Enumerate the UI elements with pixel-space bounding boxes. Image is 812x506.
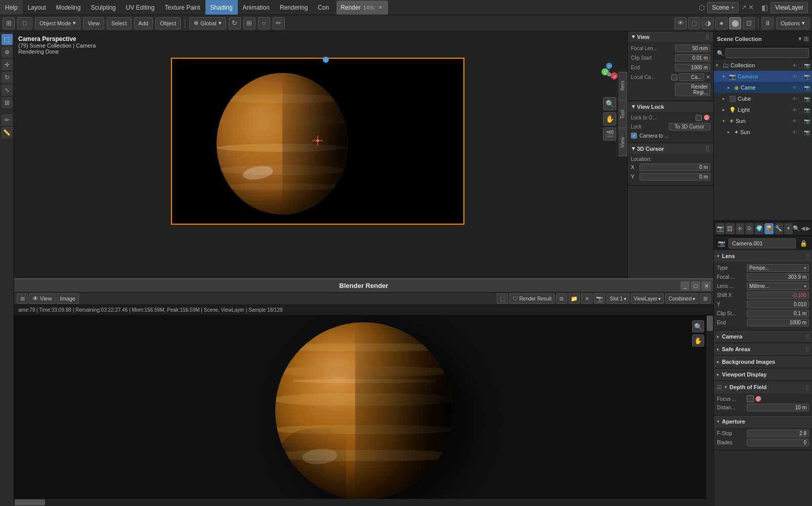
help-menu[interactable]: Help — [0, 0, 23, 15]
snap-btn[interactable]: ⊞ — [243, 17, 255, 29]
shift-y-value[interactable]: 0.010 — [747, 301, 809, 308]
render-zoom-icon[interactable]: 🔍 — [692, 320, 704, 332]
dof-checkbox[interactable]: ☑ — [717, 384, 722, 391]
texture-paint-menu[interactable]: Texture Paint — [160, 0, 205, 15]
object-btn[interactable]: Object — [155, 17, 181, 29]
cube-visible[interactable]: 👁 — [792, 96, 797, 102]
prop-tab-world[interactable]: 🌍 — [755, 223, 763, 234]
tree-item-light[interactable]: ▸ 💡 Light 👁 ⬚ 📷 — [714, 104, 812, 115]
prop-tab-particles[interactable]: ✦ — [784, 223, 793, 234]
collection-visible[interactable]: 👁 — [792, 63, 797, 68]
lens-header[interactable]: ▾ Lens ⣿ — [714, 250, 812, 262]
view-menu-btn[interactable]: 👁 View — [29, 293, 56, 304]
clip-end-value[interactable]: 1000 m — [675, 64, 710, 71]
render-maximize[interactable]: □ — [691, 281, 700, 290]
view-tab[interactable]: View — [618, 129, 627, 156]
prop-tab-scene[interactable]: ⚙ — [745, 223, 754, 234]
viewport-shading-2[interactable]: ◑ — [702, 17, 714, 29]
viewport-shading-3[interactable]: ● — [715, 17, 728, 29]
render-menu-icon1[interactable]: ⊞ — [17, 293, 28, 304]
sun-visible[interactable]: 👁 — [792, 118, 797, 124]
tree-item-camera[interactable]: ▾ 📷 Camera 👁 ⬚ 📷 — [714, 71, 812, 82]
tree-item-scene-collection[interactable]: ▾ 🗂 Collection 👁 ⬚ 📷 — [714, 60, 812, 71]
annotate-icon[interactable]: ✏ — [2, 114, 13, 125]
clip-start-value[interactable]: 0.01 m — [675, 54, 710, 62]
rt-camera-icon2[interactable]: 📷 — [594, 293, 605, 304]
rendering-menu[interactable]: Rendering — [275, 0, 313, 15]
camera-visible[interactable]: 👁 — [792, 74, 797, 79]
shift-x-value[interactable]: -0.100 — [747, 291, 809, 299]
proportional-btn[interactable]: ○ — [258, 17, 270, 29]
prop-filter-icon[interactable]: 🔍 — [793, 225, 800, 232]
render-minimize[interactable]: _ — [680, 281, 690, 290]
rt-settings-icon[interactable]: ⊞ — [700, 293, 711, 304]
render-tab-close[interactable]: ✕ — [377, 4, 384, 11]
cam-child-restrict[interactable]: ⬚ — [798, 85, 803, 91]
viewlayer-btn2[interactable]: ViewLayer ▾ — [631, 293, 664, 304]
camera-to-checkbox[interactable]: ✓ — [631, 133, 637, 139]
move-tool-icon[interactable]: ✛ — [2, 59, 13, 70]
render-image-area[interactable]: 🔍 ✋ — [14, 315, 713, 506]
slot-btn[interactable]: Slot 1 ▾ — [607, 293, 629, 304]
local-camera-x[interactable]: ✕ — [706, 74, 710, 80]
layout-icon-btn[interactable]: ⊞ — [3, 17, 15, 29]
camera-name-field[interactable]: Camera.001 — [729, 238, 796, 248]
prop-nav-fwd[interactable]: ▶ — [806, 225, 810, 232]
hand-tool-btn[interactable]: ✋ — [603, 112, 616, 125]
transform-tool-icon[interactable]: ⊞ — [2, 97, 13, 108]
rt-icon1[interactable]: ⬚ — [497, 293, 508, 304]
tree-item-sun-child[interactable]: ▸ ✦ Sun 👁 ⬚ 📷 — [714, 126, 812, 138]
camera-view-btn[interactable]: 🎬 — [603, 128, 616, 141]
fstop-value[interactable]: 2.8 — [747, 430, 809, 437]
prop-tab-render[interactable]: 📷 — [716, 223, 724, 234]
rt-copy-icon[interactable]: ⧉ — [556, 293, 567, 304]
render-view-btn[interactable]: 👁 — [674, 17, 687, 29]
aperture-header[interactable]: ▾ Aperture — [714, 415, 812, 428]
camera-render[interactable]: 📷 — [804, 74, 810, 79]
outliner-filter-icon[interactable]: ▾ — [798, 35, 802, 43]
render-result-btn[interactable]: 🛡 Render Result — [509, 293, 554, 304]
sun-restrict[interactable]: ⬚ — [798, 118, 803, 124]
cam-child-render[interactable]: 📷 — [804, 85, 810, 91]
camera-restrict[interactable]: ⬚ — [798, 74, 803, 79]
view-lock-header[interactable]: ▾ View Lock — [628, 101, 713, 112]
outliner-view-icon[interactable]: ⊞ — [803, 35, 809, 43]
cursor-y-value[interactable]: 0 m — [639, 173, 710, 181]
collection-restrict[interactable]: ⬚ — [798, 63, 803, 68]
local-camera-value[interactable]: Ca... — [679, 73, 704, 81]
focus-checkbox[interactable] — [747, 395, 754, 402]
view-section-header[interactable]: ▾ View ⣿ — [628, 31, 713, 42]
prop-tab-output[interactable]: 🖼 — [725, 223, 734, 234]
sculpting-menu[interactable]: Sculpting — [86, 0, 120, 15]
dof-header[interactable]: ☑ ▾ Depth of Field ⣿ — [714, 381, 812, 393]
scale-tool-icon[interactable]: ⤡ — [2, 85, 13, 96]
global-btn[interactable]: ⊕ Global ▾ — [189, 17, 226, 29]
camera-handle[interactable] — [323, 57, 329, 63]
clip-start-value2[interactable]: 0.1 m — [747, 310, 809, 317]
sun-render[interactable]: 📷 — [804, 118, 810, 124]
options-btn[interactable]: Options ▾ — [776, 17, 809, 29]
view-btn[interactable]: View — [83, 17, 104, 29]
tool-tab[interactable]: Tool — [618, 100, 627, 128]
render-scrollbar-thumb-v[interactable] — [707, 316, 713, 331]
focal-len-value[interactable]: 50 mm — [675, 45, 710, 52]
select-tool-icon[interactable]: ⬚ — [2, 34, 13, 45]
lens-unit-dropdown[interactable]: Millime... — [747, 282, 809, 290]
lock-3dcursor-btn[interactable]: To 3D Cursor — [669, 123, 711, 131]
blades-value[interactable]: 0 — [747, 439, 809, 446]
image-menu-btn[interactable]: Image — [57, 293, 79, 304]
object-mode-btn[interactable]: Object Mode ▾ — [35, 17, 80, 29]
shading-menu[interactable]: Shading — [205, 0, 238, 15]
local-camera-checkbox[interactable] — [671, 74, 677, 80]
focus-picker[interactable]: 🎯 — [755, 396, 762, 402]
sun-child-restrict[interactable]: ⬚ — [798, 130, 803, 135]
safe-areas-header[interactable]: ▸ Safe Areas ⣿ — [714, 343, 812, 355]
prop-tab-object[interactable]: 📦 — [764, 223, 773, 234]
item-tab[interactable]: Item — [618, 72, 627, 100]
combined-btn[interactable]: Combined ▾ — [665, 293, 698, 304]
pause-btn[interactable]: ⏸ — [761, 17, 774, 29]
prop-tab-modifiers[interactable]: 🔧 — [775, 223, 783, 234]
zoom-extents-btn[interactable]: 🔍 — [603, 97, 616, 110]
render-tab[interactable]: Render 14% ✕ — [336, 1, 388, 15]
render-region-value[interactable]: Render Regi... — [675, 83, 710, 96]
